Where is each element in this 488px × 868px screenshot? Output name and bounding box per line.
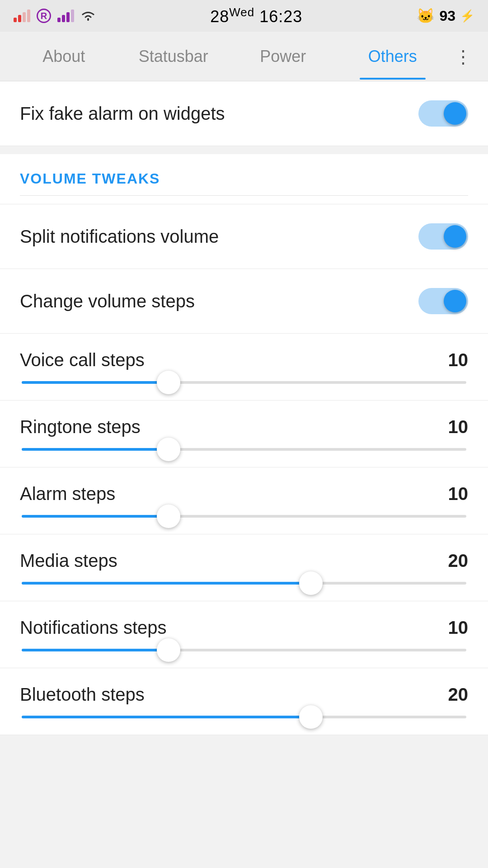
- slider-track-alarm-steps[interactable]: [22, 515, 466, 518]
- fix-fake-alarm-label: Fix fake alarm on widgets: [20, 104, 225, 124]
- slider-value-bluetooth-steps: 20: [448, 684, 469, 705]
- change-volume-steps-toggle[interactable]: [418, 288, 468, 314]
- tab-power[interactable]: Power: [228, 33, 338, 80]
- section-divider: [20, 195, 468, 196]
- slider-fill-ringtone-steps: [22, 448, 169, 451]
- status-bar-left: R: [14, 9, 96, 23]
- slider-label-voice-call-steps: Voice call steps: [20, 350, 145, 370]
- status-bar-time: 28Wed 16:23: [210, 5, 302, 26]
- slider-label-alarm-steps: Alarm steps: [20, 484, 115, 504]
- cat-icon: 🐱: [417, 7, 435, 24]
- slider-row-ringtone-steps: Ringtone steps 10: [0, 401, 488, 467]
- slider-label-ringtone-steps: Ringtone steps: [20, 417, 141, 437]
- slider-fill-bluetooth-steps: [22, 716, 311, 718]
- volume-tweaks-section-header: VOLUME TWEAKS: [0, 154, 488, 204]
- slider-track-voice-call-steps[interactable]: [22, 381, 466, 384]
- slider-fill-media-steps: [22, 582, 311, 585]
- slider-fill-alarm-steps: [22, 515, 169, 518]
- slider-thumb-notifications-steps[interactable]: [157, 638, 180, 662]
- slider-thumb-bluetooth-steps[interactable]: [299, 705, 323, 729]
- slider-value-media-steps: 20: [448, 551, 469, 571]
- gap-1: [0, 146, 488, 154]
- status-bar: R 28Wed 16:23 🐱 93 ⚡: [0, 0, 488, 32]
- slider-value-ringtone-steps: 10: [448, 417, 469, 437]
- split-notifications-row: Split notifications volume: [0, 204, 488, 269]
- charging-icon: ⚡: [460, 9, 474, 23]
- slider-thumb-ringtone-steps[interactable]: [157, 438, 180, 461]
- slider-row-bluetooth-steps: Bluetooth steps 20: [0, 668, 488, 735]
- slider-label-media-steps: Media steps: [20, 551, 117, 571]
- slider-thumb-voice-call-steps[interactable]: [157, 371, 180, 394]
- tabs-bar: About Statusbar Power Others ⋮: [0, 32, 488, 81]
- roaming-icon: R: [37, 9, 51, 23]
- change-volume-steps-row: Change volume steps: [0, 269, 488, 334]
- split-notifications-knob: [444, 225, 466, 248]
- slider-row-voice-call-steps: Voice call steps 10: [0, 334, 488, 401]
- slider-thumb-alarm-steps[interactable]: [157, 505, 180, 528]
- fix-fake-alarm-toggle-knob: [444, 102, 466, 125]
- slider-row-media-steps: Media steps 20: [0, 534, 488, 601]
- slider-track-bluetooth-steps[interactable]: [22, 716, 466, 718]
- slider-label-bluetooth-steps: Bluetooth steps: [20, 684, 145, 705]
- change-volume-steps-label: Change volume steps: [20, 291, 195, 311]
- tab-statusbar[interactable]: Statusbar: [119, 33, 229, 80]
- slider-fill-voice-call-steps: [22, 381, 169, 384]
- status-bar-right: 🐱 93 ⚡: [417, 7, 474, 24]
- signal-bars-2: [57, 9, 74, 22]
- slider-track-ringtone-steps[interactable]: [22, 448, 466, 451]
- split-notifications-toggle[interactable]: [418, 223, 468, 250]
- tab-others[interactable]: Others: [338, 33, 448, 80]
- tab-about[interactable]: About: [9, 33, 119, 80]
- slider-track-media-steps[interactable]: [22, 582, 466, 585]
- slider-track-notifications-steps[interactable]: [22, 649, 466, 651]
- fix-fake-alarm-row: Fix fake alarm on widgets: [0, 81, 488, 146]
- battery-level: 93: [439, 8, 455, 24]
- content-area: Fix fake alarm on widgets VOLUME TWEAKS …: [0, 81, 488, 735]
- wifi-icon: [80, 10, 96, 22]
- slider-row-notifications-steps: Notifications steps 10: [0, 601, 488, 668]
- change-volume-steps-knob: [444, 290, 466, 312]
- slider-row-alarm-steps: Alarm steps 10: [0, 467, 488, 534]
- more-menu-button[interactable]: ⋮: [447, 46, 479, 67]
- slider-fill-notifications-steps: [22, 649, 169, 651]
- fix-fake-alarm-toggle[interactable]: [418, 100, 468, 127]
- sliders-container: Voice call steps 10 Ringtone steps 10 Al…: [0, 334, 488, 735]
- volume-tweaks-title: VOLUME TWEAKS: [20, 170, 468, 187]
- signal-bars-1: [14, 9, 30, 22]
- slider-value-voice-call-steps: 10: [448, 350, 469, 370]
- slider-thumb-media-steps[interactable]: [299, 571, 323, 595]
- slider-label-notifications-steps: Notifications steps: [20, 618, 167, 638]
- slider-value-notifications-steps: 10: [448, 618, 469, 638]
- slider-value-alarm-steps: 10: [448, 484, 469, 504]
- split-notifications-label: Split notifications volume: [20, 226, 219, 247]
